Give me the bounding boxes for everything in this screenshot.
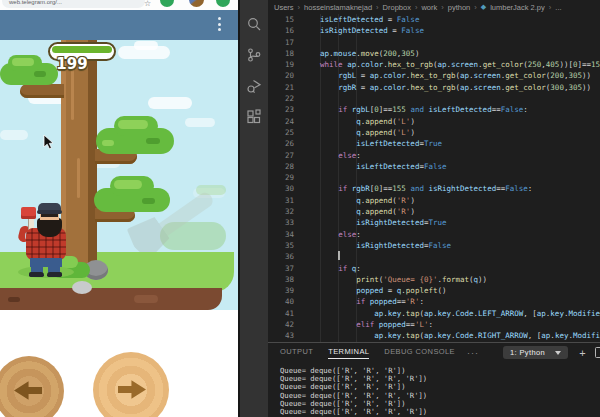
code-line[interactable]: 22 [268, 93, 600, 104]
code-line[interactable]: 39 popped = q.popleft() [268, 285, 600, 296]
line-number: 26 [268, 138, 302, 149]
line-number: 19 [268, 59, 302, 70]
stone [72, 281, 92, 294]
search-icon[interactable] [240, 8, 268, 39]
bookmark-star-icon[interactable]: ☆ [144, 0, 151, 8]
code-line[interactable]: 27 else: [268, 150, 600, 161]
line-number: 30 [268, 183, 302, 194]
cloud [148, 97, 192, 109]
move-right-button[interactable] [93, 352, 169, 417]
indent-guide [320, 14, 321, 342]
line-number: 37 [268, 263, 302, 274]
code-line[interactable]: 16 isRightDetected = False [268, 25, 600, 36]
cloud [0, 130, 28, 140]
code-line[interactable]: 41 ap.key.tap(ap.key.Code.LEFT_ARROW, [a… [268, 308, 600, 319]
code-line[interactable]: 33 isRightDetected=True [268, 217, 600, 228]
lumberjack-character [18, 202, 74, 280]
breadcrumb-item[interactable]: python [448, 3, 471, 12]
new-terminal-button[interactable]: + [579, 348, 586, 358]
indent-guide [356, 14, 357, 342]
score-value: 199 [44, 55, 100, 73]
profile-avatar[interactable] [189, 0, 204, 7]
extension-badge-icon[interactable] [160, 0, 174, 7]
code-line[interactable]: 37 if q: [268, 263, 600, 274]
breadcrumb-symbol[interactable]: ... [555, 3, 561, 12]
code-line[interactable]: 21 rgbR = ap.color.hex_to_rgb(ap.screen.… [268, 82, 600, 93]
line-number: 38 [268, 274, 302, 285]
extensions-icon[interactable] [240, 101, 268, 132]
code-line[interactable]: 38 print('Queue= {0}'.format(q)) [268, 274, 600, 285]
tree-branch-left [20, 84, 64, 98]
health-bar-fill [52, 46, 112, 53]
line-number: 43 [268, 330, 302, 341]
shoe [29, 272, 44, 277]
code-line[interactable]: 17 [268, 37, 600, 48]
code-line[interactable]: 18 ap.mouse.move(200,305) [268, 48, 600, 59]
eyes [41, 214, 58, 217]
mouse-cursor [42, 134, 54, 150]
code-line[interactable]: 40 if popped=='R': [268, 296, 600, 307]
cloud [185, 118, 215, 127]
lumberjack-game-canvas: 199 [0, 40, 238, 310]
line-number: 29 [268, 172, 302, 183]
code-line[interactable]: 30 if rgbR[0]==155 and isRightDetected==… [268, 183, 600, 194]
code-line[interactable]: 42 elif popped=='L': [268, 319, 600, 330]
browser-toolbar: web.telegram.org/... ☆ [0, 0, 238, 10]
line-number: 16 [268, 25, 302, 36]
code-line[interactable]: 34 else: [268, 229, 600, 240]
axe-head [21, 207, 36, 219]
indent-guide [338, 14, 339, 342]
extension-badge-icon[interactable] [216, 0, 230, 7]
code-line[interactable]: 26 isLeftDetected=True [268, 138, 600, 149]
line-number: 33 [268, 217, 302, 228]
panel-tab-output[interactable]: OUTPUT [280, 347, 313, 358]
line-number: 42 [268, 319, 302, 330]
code-line[interactable]: 31 q.append('R') [268, 195, 600, 206]
line-number: 17 [268, 37, 302, 48]
run-debug-icon[interactable] [240, 70, 268, 101]
browser-window: web.telegram.org/... ☆ [0, 0, 238, 417]
line-number: 25 [268, 127, 302, 138]
panel-tab-terminal[interactable]: TERMINAL [328, 347, 369, 359]
breadcrumb-separator: › [298, 3, 301, 12]
line-number: 36 [268, 251, 302, 262]
breadcrumb-separator: › [474, 3, 477, 12]
line-number: 18 [268, 48, 302, 59]
line-number: 23 [268, 104, 302, 115]
source-control-icon[interactable] [240, 39, 268, 70]
code-line[interactable]: 36 [268, 251, 600, 262]
terminal-picker[interactable]: 1: Python [503, 346, 568, 359]
code-line[interactable]: 43 ap.key.tap(ap.key.Code.RIGHT_ARROW, [… [268, 330, 600, 341]
line-number: 34 [268, 229, 302, 240]
line-number: 28 [268, 161, 302, 172]
screen: web.telegram.org/... ☆ [0, 0, 600, 417]
code-line[interactable]: 24 q.append('L') [268, 116, 600, 127]
right-arrow-icon [118, 379, 146, 400]
breadcrumb-item[interactable]: work [421, 3, 437, 12]
code-line[interactable]: 20 rgbL = ap.color.hex_to_rgb(ap.screen.… [268, 70, 600, 81]
panel-tab-debug-console[interactable]: DEBUG CONSOLE [384, 347, 455, 358]
code-line[interactable]: 35 isRightDetected=False [268, 240, 600, 251]
code-line[interactable]: 23 if rgbL[0]==155 and isLeftDetected==F… [268, 104, 600, 115]
code-line[interactable]: 15 isLeftDetected = False [268, 14, 600, 25]
code-line[interactable]: 28 isLeftDetected=False [268, 161, 600, 172]
panel-overflow-icon[interactable]: ··· [467, 348, 479, 358]
split-terminal-button[interactable] [595, 347, 600, 358]
code-line[interactable]: 25 q.append('L') [268, 127, 600, 138]
code-lines: 15 isLeftDetected = False16 isRightDetec… [268, 14, 600, 342]
breadcrumb-item[interactable]: Dropbox [383, 3, 411, 12]
breadcrumb-separator: › [376, 3, 379, 12]
chevron-down-icon [555, 351, 561, 355]
breadcrumb-item[interactable]: Users [274, 3, 294, 12]
move-left-button[interactable] [0, 356, 64, 417]
code-line[interactable]: 32 q.append('R') [268, 206, 600, 217]
code-line[interactable]: 19 while ap.color.hex_to_rgb(ap.screen.g… [268, 59, 600, 70]
panel-tabs: OUTPUTTERMINALDEBUG CONSOLE [280, 347, 455, 359]
line-number: 35 [268, 240, 302, 251]
line-number: 21 [268, 82, 302, 93]
code-line[interactable]: 29 [268, 172, 600, 183]
address-bar[interactable]: web.telegram.org/... [2, 0, 145, 8]
breadcrumb-item[interactable]: hosseinslamaknejad [304, 3, 372, 12]
breadcrumb-filename[interactable]: lumberJack 2.py [490, 3, 545, 12]
breadcrumb-separator: › [415, 3, 418, 12]
